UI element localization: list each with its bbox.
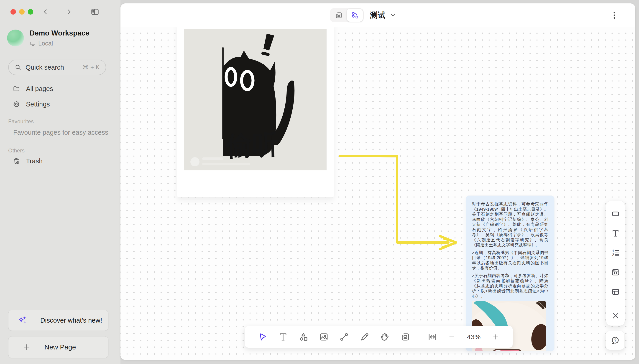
select-cursor-icon (258, 332, 268, 342)
text-icon (278, 332, 288, 342)
list-block-button[interactable]: 1 2 (609, 243, 622, 262)
zoom-in-button[interactable] (486, 326, 505, 348)
connector-icon (339, 332, 349, 342)
text-icon (611, 229, 620, 238)
search-icon (15, 64, 22, 71)
mode-toggle (330, 8, 364, 22)
back-button[interactable] (42, 8, 50, 16)
others-section-title: Others (8, 148, 25, 154)
doc-title[interactable]: 测试 (370, 10, 397, 20)
frame-tool-button[interactable] (395, 326, 415, 348)
new-page-button[interactable]: New Page (8, 336, 108, 358)
text-tool-button[interactable] (273, 326, 293, 348)
close-window-button[interactable] (11, 9, 16, 14)
image-tool-button[interactable] (313, 326, 334, 348)
monitor-icon (30, 40, 36, 47)
sidebar-item-trash[interactable]: Trash (8, 154, 106, 168)
forward-button[interactable] (65, 8, 73, 16)
note-paragraph: >近期，有高桥继男《中国石刻关系图书目录（1949-2007）》，详细罗列194… (472, 250, 548, 271)
cat-illustration: 偷听 (184, 29, 327, 170)
canvas-image-card[interactable]: 偷听 (177, 22, 334, 198)
more-menu-button[interactable] (610, 11, 619, 20)
edgeless-mode-button[interactable] (347, 9, 363, 22)
cat-caption: 偷听 (224, 129, 279, 161)
help-icon: ? (610, 336, 620, 345)
trash-clock-icon (13, 158, 20, 165)
sidebar-item-all-pages[interactable]: All pages (8, 82, 106, 96)
search-shortcut: ⌘ + K (82, 64, 100, 71)
discover-whats-new-button[interactable]: Discover what's new! (8, 310, 108, 331)
toolbar-divider (419, 330, 419, 344)
text-block-button[interactable] (609, 224, 622, 243)
close-toolbar-button[interactable] (609, 306, 622, 326)
sidebar-toggle-icon[interactable] (90, 7, 100, 16)
svg-text:?: ? (614, 338, 617, 342)
minimize-window-button[interactable] (19, 9, 25, 14)
pen-icon (360, 332, 370, 342)
edgeless-toolbar: 43% (245, 326, 513, 348)
rectangle-icon (611, 209, 620, 218)
quick-search[interactable]: Quick search ⌘ + K (8, 60, 106, 75)
plus-icon (492, 333, 500, 341)
toolbar-divider (609, 304, 622, 304)
shape-tool-button[interactable] (293, 326, 313, 348)
favourites-section-title: Favourites (8, 118, 34, 125)
workspace-type: Local (30, 40, 53, 47)
fit-to-screen-icon (427, 332, 437, 342)
edgeless-mode-icon (351, 11, 359, 19)
chevron-down-icon (390, 12, 397, 19)
sparkle-icon (18, 316, 27, 325)
favourites-empty-hint: Favourite pages for easy access (13, 129, 108, 136)
note-paragraph: >关于石刻内容考释，可参考罗新、叶炜《新出魏晋南北朝墓志疏证》、陆扬《从墓志的史… (472, 273, 548, 299)
canvas-topbar: 测试 (120, 4, 635, 27)
zoom-window-button[interactable] (28, 9, 33, 14)
help-button[interactable]: ? (605, 331, 625, 350)
svg-text:1: 1 (612, 249, 614, 253)
note-paragraph: 对于考古发掘墓志资料，可参考荣丽华《1949-1989年四十年出土墓志目录》。关… (472, 202, 548, 248)
frame-icon (400, 332, 410, 342)
table-block-button[interactable] (609, 282, 622, 302)
hand-icon (380, 332, 390, 342)
plus-icon (23, 343, 31, 351)
workspace-avatar[interactable] (7, 30, 24, 46)
embed-block-button[interactable] (609, 262, 622, 282)
image-icon (319, 332, 329, 342)
connector-tool-button[interactable] (334, 326, 354, 348)
svg-text:2: 2 (612, 253, 614, 257)
note-block-button[interactable] (609, 204, 622, 224)
page-mode-button[interactable] (331, 9, 347, 22)
block-toolbar: 1 2 (606, 201, 625, 326)
minus-icon (448, 333, 456, 341)
search-placeholder: Quick search (26, 64, 78, 71)
fit-to-screen-button[interactable] (422, 326, 443, 348)
hand-tool-button[interactable] (375, 326, 395, 348)
kebab-menu-icon (610, 11, 619, 20)
folder-icon (13, 85, 20, 92)
table-icon (611, 287, 620, 296)
pen-tool-button[interactable] (354, 326, 375, 348)
sidebar-item-settings[interactable]: Settings (8, 97, 106, 112)
shapes-icon (298, 332, 308, 342)
zoom-out-button[interactable] (443, 326, 461, 348)
numbered-list-icon: 1 2 (611, 248, 620, 257)
zoom-level[interactable]: 43% (461, 333, 487, 341)
gear-icon (13, 100, 20, 108)
select-tool-button[interactable] (252, 326, 273, 348)
page-mode-icon (335, 11, 343, 19)
sidebar: Demo Workspace Local Quick search ⌘ + K … (0, 0, 120, 364)
workspace-name[interactable]: Demo Workspace (30, 29, 89, 37)
window-controls (11, 9, 33, 14)
close-icon (611, 311, 620, 320)
embed-icon (611, 268, 620, 277)
canvas-panel: 偷听 对于考古发掘墓志资料，可参考荣丽华《1949-1989年四十年出土墓志目录… (120, 4, 635, 360)
